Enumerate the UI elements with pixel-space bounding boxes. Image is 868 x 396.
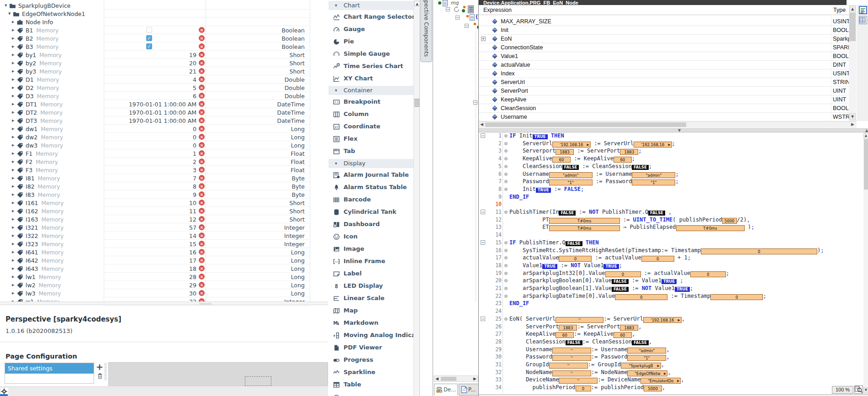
palette-section-chart[interactable]: ▾Chart — [328, 1, 414, 10]
scroll-right-icon[interactable]: ▶ — [473, 376, 476, 381]
chevron-right-icon[interactable]: ▸ — [12, 241, 15, 247]
palette-item-alarm-journal-table[interactable]: Alarm Journal Table — [328, 170, 414, 180]
code-line-24[interactable]: 24 — [479, 307, 864, 315]
palette-item-inline-frame[interactable]: </>Inline Frame — [328, 257, 414, 267]
declaration-row-KeepAlive[interactable]: KeepAliveUINT — [479, 95, 849, 104]
collapse-box[interactable]: − — [465, 24, 469, 28]
chevron-right-icon[interactable]: ▸ — [12, 183, 15, 189]
breakpoint-dot-icon[interactable] — [504, 264, 508, 267]
palette-item-progress[interactable]: Progress — [328, 355, 414, 365]
breakpoint-dot-icon[interactable] — [504, 279, 508, 282]
palette-item-markdown[interactable]: MMarkdown — [328, 318, 414, 328]
tree-row-dw1[interactable]: ▸dw1Memory0×Long — [0, 125, 328, 133]
scroll-down-icon[interactable]: ▼ — [863, 387, 868, 393]
code-line-34[interactable]: 34 publishPeriod0:= publishPeriod5000, — [479, 384, 864, 391]
breakpoint-dot-icon[interactable] — [504, 287, 508, 290]
scroll-up-icon[interactable]: ▲ — [414, 1, 420, 6]
type-column-header[interactable]: Type — [833, 7, 846, 13]
tree-row-D2[interactable]: ▸D2Memory5×Double — [0, 84, 328, 92]
tree-row-I163[interactable]: ▸I163Memory12×Short — [0, 215, 328, 223]
palette-item-map[interactable]: Map — [328, 306, 414, 316]
scroll-up-icon[interactable]: ▲ — [863, 133, 868, 139]
chevron-right-icon[interactable]: ▸ — [12, 232, 15, 238]
code-line-11[interactable]: −11PublishTimer(InFALSE := NOT PublishTi… — [479, 208, 864, 216]
column-divider[interactable] — [206, 0, 206, 301]
value-checkbox[interactable]: ✓ — [146, 43, 152, 49]
palette-item-chart-range-selector[interactable]: Chart Range Selector — [328, 12, 414, 22]
tree-row-I83[interactable]: ▸I83Memory9×Byte — [0, 190, 328, 199]
palette-item-label[interactable]: Label — [328, 269, 414, 279]
code-line-20[interactable]: 20 arSparkplugBoolean[0].ValueFALSE := V… — [479, 277, 864, 285]
palette-item-time-series-chart[interactable]: Time Series Chart — [328, 62, 414, 72]
palette-item-breakpoint[interactable]: Breakpoint — [328, 97, 414, 107]
chevron-right-icon[interactable]: ▸ — [12, 224, 15, 230]
scrollbar-thumb[interactable] — [864, 139, 868, 190]
code-line-29[interactable]: 29 Username'':= Username"admin", — [479, 346, 864, 354]
expand-value-icon[interactable]: ▶ — [587, 143, 589, 147]
zoom-tool-button[interactable] — [854, 385, 863, 394]
code-line-6[interactable]: 6 Username"admin" := Username"admin"; — [479, 170, 864, 178]
chevron-down-icon[interactable]: ▾ — [5, 2, 7, 8]
chevron-right-icon[interactable]: ▸ — [12, 191, 15, 197]
declaration-row-Value1[interactable]: Value1BOOL — [479, 52, 849, 61]
expand-value-icon[interactable]: ▶ — [664, 372, 666, 376]
code-line-4[interactable]: 4 KeepAlive60 := KeepAlive60; — [479, 155, 864, 163]
code-line-1[interactable]: −1IF InitTRUE THEN — [479, 132, 864, 140]
declaration-row-EoN[interactable]: +EoNSparkplu — [479, 35, 849, 43]
code-line-33[interactable]: 33 DeviceName'':= DeviceName"EmulatedDe▶… — [479, 376, 864, 384]
breakpoint-dot-icon[interactable] — [504, 134, 508, 137]
expand-icon[interactable]: + — [481, 37, 486, 41]
fold-icon[interactable]: − — [481, 240, 485, 245]
breakpoint-dot-icon[interactable] — [504, 295, 508, 298]
tree-row-lw1[interactable]: ▸lw1Memory28×Long — [0, 273, 328, 281]
chevron-right-icon[interactable]: ▸ — [12, 19, 15, 25]
palette-item-pdf-viewer[interactable]: PDF Viewer — [328, 343, 414, 353]
expand-value-icon[interactable]: ▶ — [677, 318, 680, 322]
code-line-25[interactable]: −25EoN( ServerUrl'':= ServerUrl'192.168.… — [479, 315, 864, 323]
tree-row-F2[interactable]: ▸F2Memory2×Float — [0, 158, 328, 166]
declaration-row-MAX_ARRAY_SIZE[interactable]: MAX_ARRAY_SIZEUSINT — [479, 17, 849, 26]
chevron-right-icon[interactable]: ▸ — [12, 257, 15, 263]
code-line-13[interactable]: 13 ETT#0ms ⇒ PublishElapsedT#0ms ); — [479, 223, 864, 231]
palette-item-alarm-status-table[interactable]: Alarm Status Table — [328, 183, 414, 193]
tree-row-B1[interactable]: ▸B1Memory×Boolean — [0, 26, 328, 34]
breakpoint-dot-icon[interactable] — [504, 272, 508, 275]
chevron-right-icon[interactable]: ▸ — [12, 249, 15, 255]
palette-item-led-display[interactable]: 8LED Display — [328, 281, 414, 291]
chevron-right-icon[interactable]: ▸ — [12, 142, 15, 148]
code-line-3[interactable]: 3 Serverport1883 := ServerPort1883; — [479, 147, 864, 155]
tree-row-Node Info[interactable]: ▸Node Info — [0, 18, 328, 26]
declaration-row-ServerUrl[interactable]: ServerUrlSTRING — [479, 78, 849, 87]
palette-item-barcode[interactable]: Barcode — [328, 195, 414, 205]
declaration-hscrollbar[interactable]: ◀ ▶ — [479, 121, 857, 128]
code-line-14[interactable]: 14 — [479, 231, 864, 239]
tree-row-I162[interactable]: ▸I162Memory11×Short — [0, 207, 328, 215]
scroll-up-icon[interactable]: ▲ — [849, 5, 856, 12]
tree-row-I81[interactable]: ▸I81Memory7×Byte — [0, 174, 328, 182]
code-line-30[interactable]: 30 Password'':= Password"1", — [479, 353, 864, 361]
column-divider[interactable] — [310, 0, 310, 301]
scrollbar-thumb[interactable] — [849, 13, 856, 41]
breakpoint-dot-icon[interactable] — [504, 173, 508, 176]
tree-row-F3[interactable]: ▸F3Memory3×Float — [0, 166, 328, 174]
tree-row-DT2[interactable]: ▸DT2Memory1970-01-01 1:00:00 AM×DateTime — [0, 108, 328, 116]
palette-section-container[interactable]: ▾Container — [328, 86, 414, 95]
code-line-9[interactable]: 9END_IF — [479, 193, 864, 201]
add-page-button[interactable]: + — [96, 363, 103, 371]
declaration-vscrollbar[interactable]: ▲ ▼ — [849, 5, 856, 121]
chevron-right-icon[interactable]: ▸ — [12, 208, 15, 214]
tree-row-by3[interactable]: ▸by3Memory21×Short — [0, 67, 328, 75]
fold-icon[interactable]: − — [481, 210, 485, 214]
horizontal-splitter[interactable] — [0, 301, 328, 305]
code-vscrollbar[interactable]: ▲ ▼ — [863, 132, 868, 394]
code-line-18[interactable]: 18 Value1TRUE := NOT Value1TRUE; — [479, 262, 864, 269]
chevron-right-icon[interactable]: ▸ — [12, 134, 15, 140]
tree-row-I643[interactable]: ▸I643Memory18×Long — [0, 264, 328, 273]
tree-row-SparkplugBDevice[interactable]: ▾SparkplugBDevice — [0, 1, 328, 10]
editor-splitter[interactable]: ▼ ▲ — [479, 128, 868, 132]
code-line-27[interactable]: 27 KeepAlive60:= KeepAlive60, — [479, 330, 864, 338]
st-code-editor[interactable]: −1IF InitTRUE THEN2 ServerUrl'192.168.16… — [479, 132, 864, 393]
chevron-right-icon[interactable]: ▸ — [12, 265, 15, 271]
tree-row-B2[interactable]: ▸B2Memory✓×Boolean — [0, 34, 328, 42]
chevron-right-icon[interactable]: ▸ — [12, 126, 15, 132]
